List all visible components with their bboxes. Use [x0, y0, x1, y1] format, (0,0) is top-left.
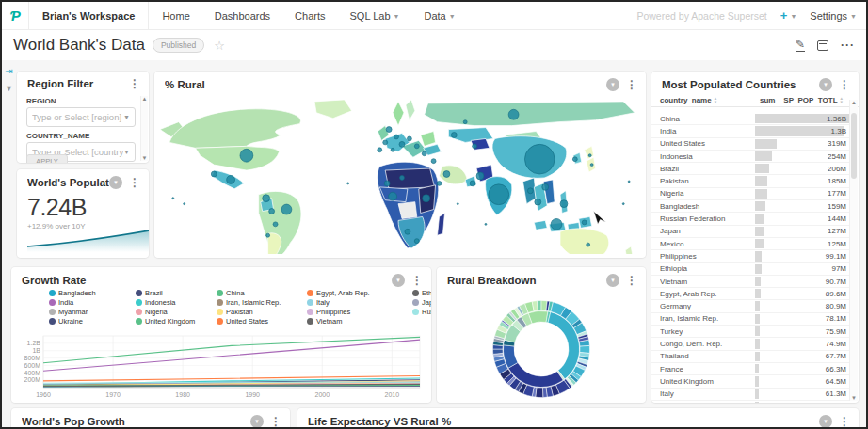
cross-filter-icon[interactable]: ▼: [606, 78, 619, 91]
mouse-cursor: [594, 212, 606, 225]
table-row[interactable]: Ethiopia97M: [651, 263, 849, 276]
country-field-label: COUNTRY_NAME: [26, 132, 139, 140]
table-body: China1.36BIndia1.3BUnited States319MIndo…: [651, 113, 849, 403]
legend-item[interactable]: Ukraine: [49, 317, 136, 326]
column-population[interactable]: sum__SP_POP_TOTL▲▼: [760, 96, 844, 104]
cross-filter-icon[interactable]: ▼: [109, 176, 122, 189]
legend-item[interactable]: United States: [217, 317, 307, 326]
cross-filter-icon[interactable]: ▼: [392, 274, 405, 287]
expand-filters-icon[interactable]: ⇥: [5, 66, 12, 76]
table-row[interactable]: Japan127M: [651, 226, 849, 238]
chevron-down-icon: ▼: [123, 114, 130, 120]
legend-item[interactable]: Vietnam: [307, 317, 412, 326]
nav-item-charts[interactable]: Charts: [295, 10, 325, 22]
nav-item-home[interactable]: Home: [162, 10, 189, 22]
worlds-pop-growth-panel: World's Pop Growth ▼ ⋮: [11, 408, 290, 429]
table-row[interactable]: Nigeria177M: [651, 188, 849, 200]
kebab-menu-icon[interactable]: ⋮: [839, 416, 850, 427]
settings-menu[interactable]: Settings▼: [810, 10, 857, 22]
nav-item-dashboards[interactable]: Dashboards: [215, 10, 270, 22]
workspace-name[interactable]: Brian's Workspace: [29, 10, 148, 22]
kebab-menu-icon[interactable]: ⋮: [129, 78, 140, 89]
favorite-star-icon[interactable]: ☆: [214, 39, 225, 53]
legend-item[interactable]: Pakistan: [217, 308, 307, 316]
table-row[interactable]: Egypt, Arab Rep.89.6M: [651, 288, 849, 300]
table-row[interactable]: Congo, Dem. Rep.74.9M: [651, 338, 849, 350]
table-row[interactable]: Italy61.3M: [651, 389, 849, 401]
cross-filter-icon[interactable]: ▼: [250, 415, 264, 428]
growth-rate-line-chart[interactable]: 1.2B1B800M600M400M200M196019701980199020…: [15, 333, 427, 401]
nav-item-sql-lab[interactable]: SQL Lab▼: [349, 10, 399, 22]
kebab-menu-icon[interactable]: ⋮: [626, 275, 637, 286]
kebab-menu-icon[interactable]: ⋮: [129, 177, 140, 188]
legend-item[interactable]: Indonesia: [136, 298, 217, 307]
cross-filter-icon[interactable]: ▼: [819, 415, 832, 428]
region-select[interactable]: Type or Select [region] ▼: [26, 107, 136, 127]
kebab-menu-icon[interactable]: ⋮: [626, 79, 637, 90]
table-row[interactable]: Mexico125M: [651, 238, 849, 250]
more-options-icon[interactable]: ···: [841, 39, 855, 52]
table-row[interactable]: Vietnam90.7M: [651, 276, 849, 288]
svg-text:1970: 1970: [105, 391, 121, 398]
cross-filter-icon[interactable]: ▼: [819, 78, 832, 91]
legend-item[interactable]: Japan: [412, 298, 431, 307]
table-row[interactable]: Bangladesh159M: [651, 200, 849, 213]
table-row[interactable]: Brazil206M: [651, 163, 849, 175]
table-row[interactable]: China1.36B: [651, 113, 849, 125]
legend-dot-icon: [136, 318, 142, 325]
legend-item[interactable]: Russian Federation: [412, 308, 431, 316]
rural-map-panel: % Rural ▼ ⋮: [154, 72, 646, 258]
dashboard-header: World Bank's Data Published ☆ ✎ ···: [2, 30, 866, 60]
status-badge[interactable]: Published: [153, 38, 204, 53]
new-button[interactable]: +▼: [780, 8, 797, 23]
kebab-menu-icon[interactable]: ⋮: [270, 416, 281, 427]
column-country-name[interactable]: country_name▲▼: [660, 96, 717, 104]
legend-item[interactable]: Myanmar: [49, 308, 136, 316]
legend-item[interactable]: Italy: [307, 298, 412, 307]
rural-breakdown-sunburst[interactable]: [437, 292, 646, 403]
legend-item[interactable]: China: [217, 289, 307, 297]
country-name-cell: Thailand: [660, 352, 755, 360]
table-row[interactable]: India1.3B: [651, 125, 849, 137]
table-row[interactable]: United States319M: [651, 138, 849, 151]
kebab-menu-icon[interactable]: ⋮: [411, 275, 423, 286]
table-scrollbar-thumb[interactable]: [851, 113, 857, 179]
country-name-cell: Mexico: [660, 240, 755, 248]
legend-item[interactable]: Brazil: [136, 289, 217, 297]
legend-item[interactable]: Philippines: [307, 308, 412, 316]
legend-item[interactable]: United Kingdom: [136, 317, 217, 326]
region-field-label: REGION: [26, 97, 139, 105]
table-row[interactable]: United Kingdom64.5M: [651, 375, 849, 388]
table-row[interactable]: Pakistan185M: [651, 175, 849, 187]
table-row[interactable]: South Africa54M: [651, 401, 849, 403]
cross-filter-icon[interactable]: ▼: [606, 274, 619, 287]
svg-text:1960: 1960: [36, 391, 51, 398]
superset-logo-icon[interactable]: Ƥ: [2, 8, 28, 24]
legend-item[interactable]: India: [49, 298, 136, 307]
legend-item[interactable]: Iran, Islamic Rep.: [217, 298, 307, 307]
apply-filter-button[interactable]: APPLY: [26, 154, 68, 163]
legend-item[interactable]: Nigeria: [136, 308, 217, 316]
country-name-cell: Ethiopia: [660, 264, 755, 273]
nav-item-data[interactable]: Data▼: [424, 10, 455, 22]
edit-dashboard-icon[interactable]: ✎: [796, 39, 805, 52]
table-row[interactable]: Germany80.9M: [651, 300, 849, 312]
table-row[interactable]: Russian Federation144M: [651, 213, 849, 225]
legend-dot-icon: [136, 290, 142, 296]
table-row[interactable]: France66.3M: [651, 363, 849, 375]
table-row[interactable]: Iran, Islamic Rep.78.1M: [651, 313, 849, 326]
table-row[interactable]: Thailand67.7M: [651, 351, 849, 363]
legend-dot-icon: [49, 309, 56, 315]
legend-item[interactable]: Ethiopia: [412, 289, 431, 297]
legend-item[interactable]: Egypt, Arab Rep.: [307, 289, 412, 297]
table-row[interactable]: Turkey75.9M: [651, 326, 849, 338]
table-row[interactable]: Indonesia254M: [651, 151, 849, 163]
schedule-calendar-icon[interactable]: [817, 40, 828, 51]
legend-item[interactable]: Bangladesh: [49, 289, 136, 297]
kebab-menu-icon[interactable]: ⋮: [839, 79, 850, 90]
legend-dot-icon: [217, 318, 223, 325]
filter-scrollbar[interactable]: ▲▼: [140, 96, 148, 161]
filter-funnel-icon[interactable]: ▼: [5, 84, 13, 93]
world-choropleth-map[interactable]: [158, 94, 642, 254]
table-row[interactable]: Philippines99.1M: [651, 250, 849, 262]
